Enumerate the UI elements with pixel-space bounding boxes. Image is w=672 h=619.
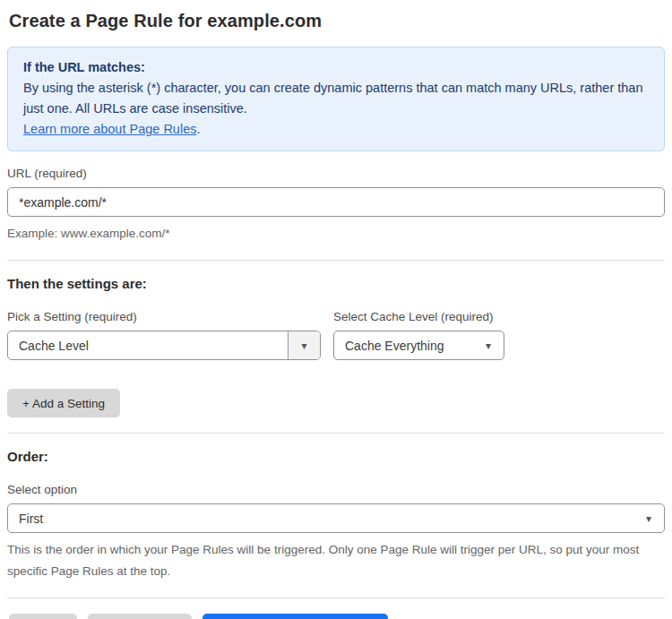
order-select[interactable]: First ▾ <box>7 503 665 533</box>
chevron-down-icon: ▾ <box>288 331 320 359</box>
divider <box>7 598 665 598</box>
link-suffix: . <box>196 122 200 136</box>
cache-level-form-group: Select Cache Level (required) Cache Ever… <box>333 310 504 360</box>
chevron-down-icon: ▾ <box>646 512 664 525</box>
settings-heading: Then the settings are: <box>7 276 665 291</box>
divider <box>7 433 665 434</box>
cache-level-select[interactable]: Cache Everything ▾ <box>333 331 504 360</box>
pick-setting-select-value: Cache Level <box>8 339 288 353</box>
order-heading: Order: <box>7 449 665 464</box>
settings-row: Pick a Setting (required) Cache Level ▾ … <box>7 310 665 360</box>
save-as-draft-button[interactable]: Save as Draft <box>88 614 192 619</box>
cancel-button[interactable]: Cancel <box>9 614 77 619</box>
divider <box>7 260 665 261</box>
url-input[interactable] <box>7 187 665 217</box>
info-box-link-line: Learn more about Page Rules. <box>23 119 649 140</box>
order-help-text: This is the order in which your Page Rul… <box>7 539 665 582</box>
add-setting-button[interactable]: + Add a Setting <box>7 389 120 417</box>
cache-level-label: Select Cache Level (required) <box>333 310 504 323</box>
save-and-deploy-button[interactable]: Save and Deploy Page Rule <box>202 614 389 619</box>
cache-level-select-value: Cache Everything <box>334 339 486 353</box>
pick-setting-label: Pick a Setting (required) <box>7 310 321 323</box>
info-box-heading: If the URL matches: <box>23 57 649 78</box>
pick-setting-select[interactable]: Cache Level ▾ <box>7 331 321 360</box>
url-example-text: Example: www.example.com/* <box>7 223 665 245</box>
chevron-down-icon: ▾ <box>486 340 504 352</box>
footer-actions: Cancel Save as Draft Save and Deploy Pag… <box>9 614 665 619</box>
url-matches-info-box: If the URL matches: By using the asteris… <box>7 47 665 151</box>
order-select-label: Select option <box>7 483 665 496</box>
order-form-group: Select option First ▾ This is the order … <box>7 483 665 582</box>
page-title: Create a Page Rule for example.com <box>9 11 665 31</box>
order-select-value: First <box>8 512 646 526</box>
info-box-body: By using the asterisk (*) character, you… <box>23 78 649 119</box>
url-label: URL (required) <box>7 167 665 180</box>
setting-form-group: Pick a Setting (required) Cache Level ▾ <box>7 310 321 360</box>
learn-more-link[interactable]: Learn more about Page Rules <box>23 122 196 136</box>
